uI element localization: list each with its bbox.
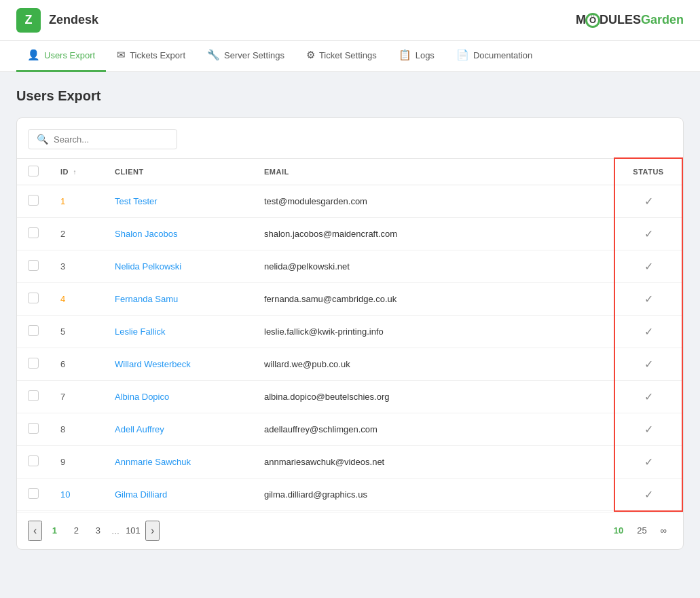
row-checkbox-cell: [17, 217, 50, 250]
row-id-value[interactable]: 8: [60, 424, 65, 434]
row-checkbox[interactable]: [28, 293, 39, 303]
row-status: ✓: [614, 282, 682, 315]
page-button-101[interactable]: 101: [124, 521, 143, 540]
app-name: Zendesk: [49, 13, 98, 27]
client-link[interactable]: Test Tester: [115, 196, 158, 206]
row-checkbox[interactable]: [28, 455, 39, 466]
row-id: 8: [50, 413, 104, 445]
row-id-value[interactable]: 4: [60, 294, 65, 304]
nav-item-tickets-export[interactable]: ✉ Tickets Export: [106, 41, 196, 72]
next-page-button[interactable]: ›: [145, 521, 160, 541]
nav-item-server-settings[interactable]: 🔧 Server Settings: [196, 41, 295, 72]
row-id: 1: [50, 185, 104, 217]
app-logo: Z: [16, 8, 41, 33]
row-email: leslie.fallick@kwik-printing.info: [253, 315, 614, 348]
row-checkbox[interactable]: [28, 227, 39, 238]
row-email: adellauffrey@schlimgen.com: [253, 413, 614, 445]
client-link[interactable]: Annmarie Sawchuk: [115, 457, 191, 467]
per-page-10[interactable]: 10: [608, 524, 629, 537]
row-checkbox[interactable]: [28, 358, 39, 369]
client-link[interactable]: Shalon Jacobos: [115, 229, 178, 239]
client-link[interactable]: Fernanda Samu: [115, 294, 178, 304]
nav-item-documentation[interactable]: 📄 Documentation: [445, 41, 543, 72]
row-email: albina.dopico@beutelschies.org: [253, 380, 614, 413]
row-checkbox[interactable]: [28, 488, 39, 499]
search-bar: 🔍: [17, 118, 683, 157]
row-id-value[interactable]: 3: [60, 261, 65, 272]
row-client: Annmarie Sawchuk: [104, 445, 253, 478]
client-link[interactable]: Leslie Fallick: [115, 326, 165, 337]
page-button-3[interactable]: 3: [88, 521, 107, 540]
pagination-left: ‹ 1 2 3 ... 101 ›: [28, 521, 160, 541]
row-checkbox[interactable]: [28, 195, 39, 206]
row-email: test@modulesgarden.com: [253, 185, 614, 217]
row-id-value[interactable]: 6: [60, 359, 65, 369]
row-checkbox[interactable]: [28, 390, 39, 401]
row-client: Shalon Jacobos: [104, 217, 253, 250]
nav-label-logs: Logs: [416, 50, 435, 60]
row-id: 2: [50, 217, 104, 250]
mg-m: M: [576, 13, 586, 27]
row-checkbox-cell: [17, 380, 50, 413]
status-checkmark: ✓: [626, 390, 671, 403]
row-id-value[interactable]: 7: [60, 392, 65, 402]
nav-label-tickets-export: Tickets Export: [130, 50, 185, 60]
status-checkmark: ✓: [626, 260, 671, 273]
table-row: 9 Annmarie Sawchuk annmariesawchuk@video…: [17, 445, 682, 478]
row-email: fernanda.samu@cambridge.co.uk: [253, 282, 614, 315]
nav: 👤 Users Export ✉ Tickets Export 🔧 Server…: [0, 41, 700, 72]
user-icon: 👤: [27, 49, 40, 61]
row-id-value[interactable]: 5: [60, 326, 65, 337]
row-id-value[interactable]: 10: [60, 489, 70, 500]
client-link[interactable]: Adell Auffrey: [115, 424, 164, 434]
row-checkbox[interactable]: [28, 260, 39, 271]
status-checkmark: ✓: [626, 358, 671, 371]
status-checkmark: ✓: [626, 227, 671, 240]
row-id-value[interactable]: 9: [60, 457, 65, 467]
nav-item-ticket-settings[interactable]: ⚙ Ticket Settings: [295, 41, 388, 72]
prev-page-button[interactable]: ‹: [28, 521, 42, 541]
col-header-id[interactable]: ID ↑: [50, 158, 104, 185]
users-table: ID ↑ CLIENT EMAIL STATUS 1 Test Tester t…: [17, 157, 683, 512]
client-link[interactable]: Willard Westerbeck: [115, 359, 191, 369]
row-checkbox-cell: [17, 185, 50, 217]
page-button-1[interactable]: 1: [45, 521, 64, 540]
col-header-email: EMAIL: [253, 158, 614, 185]
status-checkmark: ✓: [626, 488, 671, 501]
row-client: Fernanda Samu: [104, 282, 253, 315]
gear-icon: ⚙: [306, 49, 315, 61]
client-link[interactable]: Nelida Pelkowski: [115, 261, 181, 272]
status-checkmark: ✓: [626, 293, 671, 305]
row-email: gilma.dilliard@graphics.us: [253, 478, 614, 511]
client-link[interactable]: Gilma Dilliard: [115, 489, 167, 500]
row-checkbox-cell: [17, 478, 50, 511]
sort-icon: ↑: [73, 168, 77, 176]
nav-item-logs[interactable]: 📋 Logs: [388, 41, 445, 72]
page-button-2[interactable]: 2: [67, 521, 86, 540]
select-all-checkbox[interactable]: [28, 166, 39, 176]
mg-o: Ö: [585, 13, 600, 28]
page: Users Export 🔍 ID ↑ CLIENT EMAIL: [0, 72, 700, 566]
row-status: ✓: [614, 250, 682, 282]
row-checkbox-cell: [17, 413, 50, 445]
nav-item-users-export[interactable]: 👤 Users Export: [16, 41, 106, 72]
search-input[interactable]: [54, 134, 168, 145]
search-wrap[interactable]: 🔍: [28, 129, 177, 149]
row-client: Willard Westerbeck: [104, 348, 253, 380]
row-client: Albina Dopico: [104, 380, 253, 413]
table-row: 5 Leslie Fallick leslie.fallick@kwik-pri…: [17, 315, 682, 348]
row-checkbox[interactable]: [28, 325, 39, 336]
pagination-right: 10 25 ∞: [608, 524, 672, 537]
status-checkmark: ✓: [626, 423, 671, 436]
row-status: ✓: [614, 380, 682, 413]
row-checkbox[interactable]: [28, 423, 39, 434]
mg-dules: DULES: [600, 13, 641, 27]
row-checkbox-cell: [17, 348, 50, 380]
row-id-value[interactable]: 1: [60, 196, 65, 206]
per-page-inf[interactable]: ∞: [655, 524, 672, 537]
row-email: nelida@pelkowski.net: [253, 250, 614, 282]
client-link[interactable]: Albina Dopico: [115, 392, 169, 402]
row-id-value[interactable]: 2: [60, 229, 65, 239]
page-dots: ...: [110, 525, 121, 536]
per-page-25[interactable]: 25: [631, 524, 652, 537]
